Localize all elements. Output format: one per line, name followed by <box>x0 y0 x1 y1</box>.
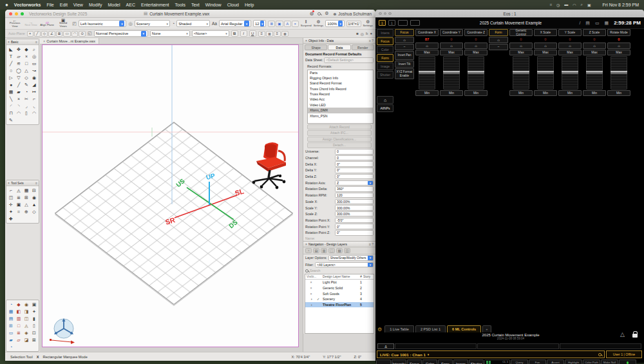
grid-icon[interactable]: ▦ <box>605 21 609 26</box>
attribute-icon[interactable]: ◔ <box>7 301 15 308</box>
attribute-icon[interactable]: ▰ <box>7 336 15 343</box>
menu-item[interactable]: Vectorworks <box>14 3 41 7</box>
attribute-icon[interactable]: ▮ <box>30 315 38 322</box>
home-icon[interactable]: ⌂ <box>607 43 630 49</box>
parameter-category-button[interactable]: Shutter <box>377 71 393 79</box>
notifications-icon[interactable]: ◍ <box>310 11 314 16</box>
max-button[interactable]: Max <box>583 50 606 55</box>
snap-tool-icon[interactable]: × <box>27 31 33 37</box>
snap-tool-icon[interactable]: ∠ <box>48 31 55 37</box>
attribute-tool-icon[interactable]: ◎ <box>361 32 364 36</box>
active-class-select[interactable]: Scenery▾ <box>135 20 170 27</box>
min-button[interactable]: Min <box>607 90 630 96</box>
class-icon[interactable]: ◎ <box>128 21 132 26</box>
view-select[interactable]: Left Isometric▾ <box>79 20 127 27</box>
suspend-button[interactable]: ‖Suspend <box>301 20 312 27</box>
help-icon[interactable]: ? <box>372 39 374 43</box>
record-field-input[interactable]: 0 <box>335 155 374 161</box>
allnps-button[interactable]: AllNPs <box>377 104 393 112</box>
close-icon[interactable]: × <box>8 40 10 44</box>
tool-icon[interactable]: ✥ <box>15 46 23 53</box>
min-button[interactable]: Min <box>440 90 463 96</box>
tab-render[interactable]: Render <box>352 44 374 50</box>
filter-select[interactable]: <All Layers> ▾ <box>315 262 374 268</box>
document-tab[interactable]: × Curtain Move...nt Example.vwx <box>40 38 99 44</box>
fader-label[interactable]: Z Scale <box>583 29 606 36</box>
render-mode-icon[interactable]: ◔ <box>172 21 175 26</box>
attribute-icon[interactable]: ◫ <box>23 315 30 322</box>
align-plane-button[interactable]: ▱Align Plane <box>40 21 54 27</box>
settings-button[interactable]: ⚙Settings <box>314 20 324 27</box>
record-format-item[interactable]: Video LED <box>308 102 373 108</box>
record-field-input[interactable]: 300.00% <box>335 205 374 211</box>
format-tool-icon[interactable]: ▣ <box>276 21 283 27</box>
tool-icon[interactable]: ╱ <box>15 81 23 88</box>
user-name[interactable]: Joshua Schulman <box>338 12 372 16</box>
palette-menu-icon[interactable]: ≡ <box>369 39 371 43</box>
tool-icon[interactable]: ✎ <box>7 117 15 124</box>
tool-set-icon[interactable]: ⊕ <box>23 208 30 215</box>
layer-options-select[interactable]: Show/Snap/Modify Others ▾ <box>328 255 374 261</box>
tab-psd-list[interactable]: 2 PSD List 1 <box>415 325 446 332</box>
softkey-button[interactable]: Highlight Cell <box>565 359 582 364</box>
zoom-window-button[interactable] <box>21 12 24 15</box>
tool-icon[interactable]: ↝ <box>30 67 38 74</box>
record-field-input[interactable]: 0" <box>335 174 374 180</box>
parameter-key[interactable]: Form <box>438 359 453 364</box>
palette-menu-icon[interactable]: ≡ <box>35 40 37 44</box>
tool-icon[interactable]: ✂ <box>23 95 30 102</box>
background-render-select[interactable]: <None>▾ <box>192 30 229 37</box>
tool-icon[interactable]: ⌕ <box>30 46 38 53</box>
attribute-icon[interactable]: ▥ <box>15 315 23 322</box>
record-format-item[interactable]: Truss Record <box>308 91 373 97</box>
record-field-input[interactable]: 360° <box>335 186 374 192</box>
navigation-mode-icon[interactable]: ▤ <box>313 248 319 253</box>
tool-icon[interactable]: ◟ <box>30 102 38 110</box>
tool-set-icon[interactable]: ◫ <box>7 194 15 201</box>
document-settings-button[interactable]: ⚙Settings <box>363 20 374 27</box>
max-button[interactable]: Max <box>464 50 488 55</box>
fader-track[interactable] <box>513 56 529 90</box>
attribute-icon[interactable]: ◆ <box>15 301 23 308</box>
home-button[interactable]: ⌂ <box>377 96 393 104</box>
snap-tool-icon[interactable]: ⊞ <box>56 31 63 37</box>
fader-label[interactable]: X Scale <box>534 29 557 36</box>
navigation-mode-icon[interactable]: ◫ <box>344 248 350 253</box>
parameter-key[interactable]: Shutter <box>469 359 484 364</box>
home-icon[interactable]: ⌂ <box>583 43 606 49</box>
attribute-icon[interactable]: ◨ <box>23 308 30 315</box>
tool-set-icon[interactable]: ⌗ <box>15 208 23 215</box>
previous-view-button[interactable]: ←Previous View <box>8 19 22 28</box>
menu-item[interactable]: Edit <box>60 3 68 7</box>
max-button[interactable]: Max <box>415 50 439 55</box>
auto-plane-toggle[interactable]: Auto-Plane <box>8 32 25 35</box>
record-field-input[interactable]: 0" <box>335 168 374 173</box>
menu-item[interactable]: Window <box>205 3 222 7</box>
tool-icon[interactable]: ↦ <box>30 88 38 95</box>
attribute-icon[interactable]: ◉ <box>23 301 30 308</box>
tool-set-icon[interactable]: ⊞ <box>23 194 30 201</box>
min-button[interactable]: Min <box>558 90 582 96</box>
format-tool-icon[interactable]: A <box>284 21 291 27</box>
projection-icon[interactable]: ◱ <box>88 31 92 36</box>
menu-item[interactable]: Tools <box>175 3 185 7</box>
menu-item[interactable]: Modify <box>89 3 102 7</box>
tool-set-icon[interactable]: ⊟ <box>30 187 38 194</box>
fader-handle[interactable] <box>537 71 554 74</box>
tool-icon[interactable]: ◞ <box>23 102 30 110</box>
menu-item[interactable]: Entertainment <box>141 3 169 7</box>
help-icon[interactable]: ? <box>372 242 374 246</box>
close-icon[interactable]: × <box>8 181 10 185</box>
min-button[interactable]: Min <box>509 90 533 96</box>
tool-set-icon[interactable]: ▦ <box>23 187 30 194</box>
design-layer-row[interactable]: ◑ Theatre FloorPlan 5 <box>305 302 374 308</box>
softkey-button[interactable]: Make Null Mark <box>601 359 618 364</box>
record-action-button[interactable]: Assign Classifications... <box>307 137 372 142</box>
attribute-icon[interactable]: ◈ <box>23 329 30 336</box>
tool-icon[interactable]: ▦ <box>7 88 15 95</box>
tool-icon[interactable]: ◔ <box>23 88 30 95</box>
invert-pan-button[interactable]: Invert Pan <box>395 51 414 60</box>
tool-icon[interactable]: ◠ <box>30 110 38 117</box>
tool-icon[interactable]: ◯ <box>15 67 23 74</box>
home-icon[interactable]: ⌂ <box>558 43 582 49</box>
